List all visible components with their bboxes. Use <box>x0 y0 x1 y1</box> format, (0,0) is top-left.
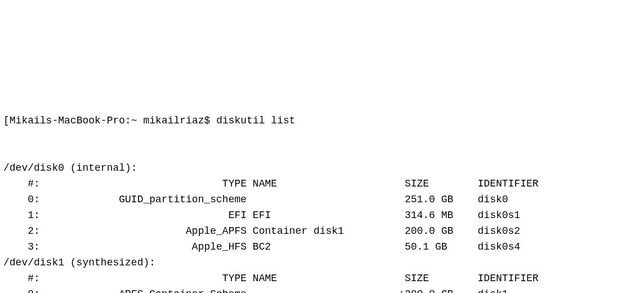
hostname: Mikails-MacBook-Pro <box>10 115 125 126</box>
partition-row: 3: Apple_HFS BC2 50.1 GB disk0s4 <box>3 239 641 255</box>
command-output: /dev/disk0 (internal): #: TYPE NAME SIZE… <box>3 160 641 293</box>
command-text: diskutil list <box>216 115 295 126</box>
bracket-open: [ <box>3 115 10 126</box>
terminal-window[interactable]: [Mikails-MacBook-Pro:~ mikailriaz$ disku… <box>0 79 644 293</box>
prompt-line-1: [Mikails-MacBook-Pro:~ mikailriaz$ disku… <box>3 113 641 128</box>
partition-row: 0: GUID_partition_scheme 251.0 GB disk0 <box>3 192 641 207</box>
column-header: #: TYPE NAME SIZE IDENTIFIER <box>3 176 641 192</box>
partition-row: 0: APFS Container Scheme - +200.0 GB dis… <box>3 286 641 293</box>
partition-row: 1: EFI EFI 314.6 MB disk0s1 <box>3 207 641 223</box>
column-header: #: TYPE NAME SIZE IDENTIFIER <box>3 270 641 286</box>
partition-row: 2: Apple_APFS Container disk1 200.0 GB d… <box>3 223 641 239</box>
username: mikailriaz <box>143 115 204 126</box>
cwd: ~ <box>131 115 137 126</box>
disk-header: /dev/disk0 (internal): <box>3 160 641 176</box>
disk-header: /dev/disk1 (synthesized): <box>3 255 641 270</box>
